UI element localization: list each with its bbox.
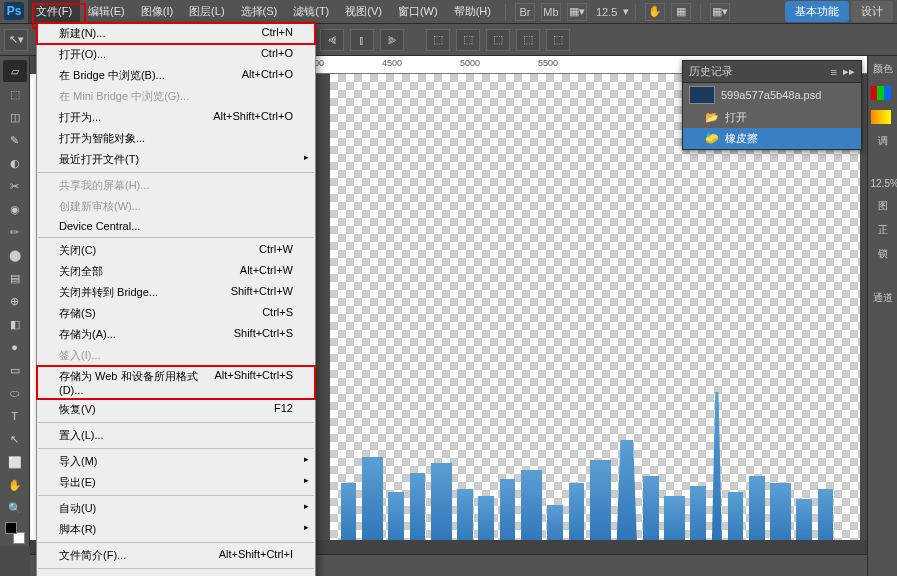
distribute-icon[interactable]: ⬚	[546, 29, 570, 51]
tool-19[interactable]: 🔍	[3, 497, 27, 519]
menu-view[interactable]: 视图(V)	[337, 0, 390, 23]
menu-item[interactable]: 恢复(V)F12	[37, 399, 315, 420]
tool-6[interactable]: ◉	[3, 198, 27, 220]
menu-item[interactable]: 在 Bridge 中浏览(B)...Alt+Ctrl+O	[37, 65, 315, 86]
grid-icon[interactable]: ▦	[671, 3, 691, 21]
distribute-icon[interactable]: ⬚	[486, 29, 510, 51]
panel-menu-icon[interactable]: ≡	[831, 66, 837, 78]
collapsed-panel-tab[interactable]	[871, 269, 895, 273]
history-panel[interactable]: 历史记录 ≡ ▸▸ 599a577a5b48a.psd 📂打开🧽橡皮擦	[682, 60, 862, 150]
collapsed-panel-tab[interactable]: 12.5%	[871, 176, 895, 191]
menu-item[interactable]: 新建(N)...Ctrl+N	[37, 23, 315, 44]
menu-item[interactable]: 文件简介(F)...Alt+Shift+Ctrl+I	[37, 545, 315, 566]
history-step-icon: 🧽	[705, 132, 719, 145]
tool-2[interactable]: ◫	[3, 106, 27, 128]
history-title: 历史记录	[689, 64, 733, 79]
align-right-icon[interactable]: ⫸	[380, 29, 404, 51]
menu-item[interactable]: 存储(S)Ctrl+S	[37, 303, 315, 324]
tool-12[interactable]: ●	[3, 336, 27, 358]
thumbnail-icon	[689, 86, 715, 104]
screen-mode-button[interactable]: ▦▾	[567, 3, 587, 21]
minibridge-button[interactable]: Mb	[541, 3, 561, 21]
menu-item: 共享我的屏幕(H)...	[37, 175, 315, 196]
hand-icon[interactable]: ✋	[645, 3, 665, 21]
menu-item[interactable]: 打开(O)...Ctrl+O	[37, 44, 315, 65]
collapsed-panel-tab[interactable]	[871, 166, 895, 170]
collapsed-panel-tab[interactable]	[871, 84, 895, 102]
tool-13[interactable]: ▭	[3, 359, 27, 381]
tool-1[interactable]: ⬚	[3, 83, 27, 105]
menu-item[interactable]: 导入(M)	[37, 451, 315, 472]
history-step-label: 橡皮擦	[725, 131, 758, 146]
collapsed-panel-tab[interactable]: 正	[871, 221, 895, 239]
menu-item: 签入(I)...	[37, 345, 315, 366]
menu-item[interactable]: 打开为...Alt+Shift+Ctrl+O	[37, 107, 315, 128]
collapsed-panel-tab[interactable]: 通道	[871, 289, 895, 307]
tool-18[interactable]: ✋	[3, 474, 27, 496]
menu-window[interactable]: 窗口(W)	[390, 0, 446, 23]
file-menu-dropdown: 新建(N)...Ctrl+N打开(O)...Ctrl+O在 Bridge 中浏览…	[36, 22, 316, 576]
workspace-design[interactable]: 设计	[851, 1, 893, 22]
history-step[interactable]: 📂打开	[683, 107, 861, 128]
history-step-label: 打开	[725, 110, 747, 125]
collapsed-panel-tab[interactable]: 锁	[871, 245, 895, 263]
menu-file[interactable]: 文件(F)	[28, 0, 80, 23]
bridge-button[interactable]: Br	[515, 3, 535, 21]
tool-3[interactable]: ✎	[3, 129, 27, 151]
tool-10[interactable]: ⊕	[3, 290, 27, 312]
tool-4[interactable]: ◐	[3, 152, 27, 174]
menu-item[interactable]: 关闭(C)Ctrl+W	[37, 240, 315, 261]
menu-item[interactable]: 脚本(R)	[37, 519, 315, 540]
move-tool-preset[interactable]: ↖▾	[4, 29, 28, 51]
menu-layer[interactable]: 图层(L)	[181, 0, 232, 23]
collapsed-panel-tab[interactable]	[871, 108, 895, 126]
menu-item[interactable]: 置入(L)...	[37, 425, 315, 446]
menu-item[interactable]: 打开为智能对象...	[37, 128, 315, 149]
collapsed-panel-tab[interactable]: 颜色	[871, 60, 895, 78]
menu-filter[interactable]: 滤镜(T)	[285, 0, 337, 23]
tool-0[interactable]: ▱	[3, 60, 27, 82]
align-center-h-icon[interactable]: ⫿	[350, 29, 374, 51]
distribute-icon[interactable]: ⬚	[516, 29, 540, 51]
menu-item[interactable]: 存储为 Web 和设备所用格式(D)...Alt+Shift+Ctrl+S	[37, 366, 315, 399]
tool-7[interactable]: ✏	[3, 221, 27, 243]
panel-collapse-icon[interactable]: ▸▸	[843, 65, 855, 78]
menu-item[interactable]: 关闭全部Alt+Ctrl+W	[37, 261, 315, 282]
menu-item[interactable]: 最近打开文件(T)	[37, 149, 315, 170]
zoom-level-field[interactable]: 12.5	[596, 6, 617, 18]
menu-item[interactable]: 导出(E)	[37, 472, 315, 493]
collapsed-panel-tab[interactable]: 图	[871, 197, 895, 215]
history-panel-header[interactable]: 历史记录 ≡ ▸▸	[683, 61, 861, 83]
tool-5[interactable]: ✂	[3, 175, 27, 197]
menu-image[interactable]: 图像(I)	[133, 0, 181, 23]
arrange-icon[interactable]: ▦▾	[710, 3, 730, 21]
menu-item[interactable]: 打印(P)...Ctrl+P	[37, 571, 315, 576]
tool-16[interactable]: ↖	[3, 428, 27, 450]
tool-11[interactable]: ◧	[3, 313, 27, 335]
tool-14[interactable]: ⬭	[3, 382, 27, 404]
collapsed-panel-tab[interactable]	[871, 156, 895, 160]
collapsed-panel-tab[interactable]: 调	[871, 132, 895, 150]
menu-item: 创建新审核(W)...	[37, 196, 315, 217]
distribute-icon[interactable]: ⬚	[426, 29, 450, 51]
distribute-icon[interactable]: ⬚	[456, 29, 480, 51]
color-picker[interactable]	[3, 520, 27, 546]
tool-8[interactable]: ⬤	[3, 244, 27, 266]
align-left-icon[interactable]: ⫷	[320, 29, 344, 51]
menu-select[interactable]: 选择(S)	[233, 0, 286, 23]
tool-17[interactable]: ⬜	[3, 451, 27, 473]
menu-item[interactable]: 关闭并转到 Bridge...Shift+Ctrl+W	[37, 282, 315, 303]
collapsed-panel-tab[interactable]	[871, 279, 895, 283]
history-snapshot[interactable]: 599a577a5b48a.psd	[683, 83, 861, 107]
menu-help[interactable]: 帮助(H)	[446, 0, 499, 23]
tool-9[interactable]: ▤	[3, 267, 27, 289]
history-step[interactable]: 🧽橡皮擦	[683, 128, 861, 149]
app-logo: Ps	[4, 2, 24, 20]
menu-edit[interactable]: 编辑(E)	[80, 0, 133, 23]
menu-item[interactable]: 自动(U)	[37, 498, 315, 519]
workspace-basic[interactable]: 基本功能	[785, 1, 849, 22]
tool-15[interactable]: T	[3, 405, 27, 427]
menu-item[interactable]: 存储为(A)...Shift+Ctrl+S	[37, 324, 315, 345]
menu-item[interactable]: Device Central...	[37, 217, 315, 235]
menu-item: 在 Mini Bridge 中浏览(G)...	[37, 86, 315, 107]
